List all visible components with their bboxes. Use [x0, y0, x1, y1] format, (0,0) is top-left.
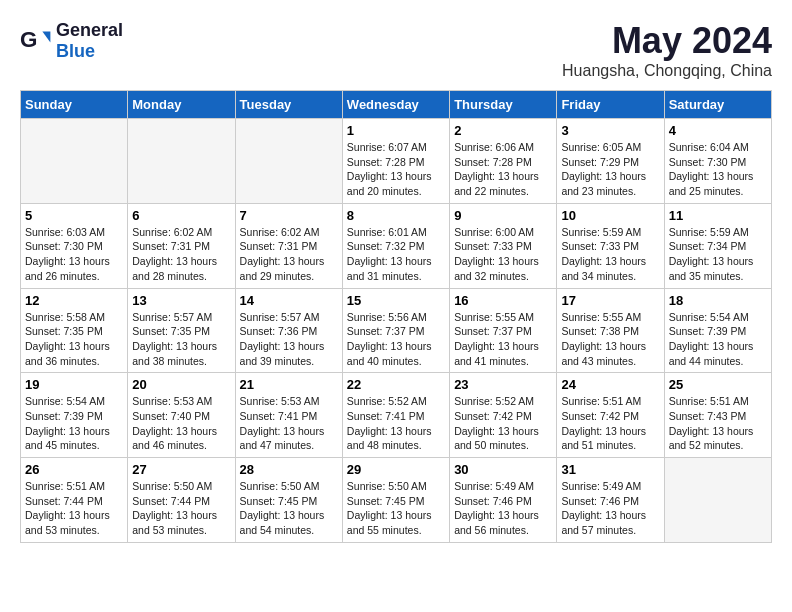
calendar-cell: 19Sunrise: 5:54 AM Sunset: 7:39 PM Dayli…	[21, 373, 128, 458]
cell-content: Sunrise: 6:00 AM Sunset: 7:33 PM Dayligh…	[454, 225, 552, 284]
cell-content: Sunrise: 6:01 AM Sunset: 7:32 PM Dayligh…	[347, 225, 445, 284]
calendar-cell: 13Sunrise: 5:57 AM Sunset: 7:35 PM Dayli…	[128, 288, 235, 373]
calendar-cell: 5Sunrise: 6:03 AM Sunset: 7:30 PM Daylig…	[21, 203, 128, 288]
cell-content: Sunrise: 5:56 AM Sunset: 7:37 PM Dayligh…	[347, 310, 445, 369]
cell-content: Sunrise: 5:54 AM Sunset: 7:39 PM Dayligh…	[25, 394, 123, 453]
day-number: 28	[240, 462, 338, 477]
cell-content: Sunrise: 6:07 AM Sunset: 7:28 PM Dayligh…	[347, 140, 445, 199]
calendar-cell: 4Sunrise: 6:04 AM Sunset: 7:30 PM Daylig…	[664, 119, 771, 204]
day-number: 9	[454, 208, 552, 223]
calendar-table: SundayMondayTuesdayWednesdayThursdayFrid…	[20, 90, 772, 543]
logo-icon: G	[20, 25, 52, 57]
day-number: 3	[561, 123, 659, 138]
calendar-cell: 3Sunrise: 6:05 AM Sunset: 7:29 PM Daylig…	[557, 119, 664, 204]
calendar-cell: 30Sunrise: 5:49 AM Sunset: 7:46 PM Dayli…	[450, 458, 557, 543]
cell-content: Sunrise: 6:05 AM Sunset: 7:29 PM Dayligh…	[561, 140, 659, 199]
cell-content: Sunrise: 5:49 AM Sunset: 7:46 PM Dayligh…	[454, 479, 552, 538]
weekday-header-tuesday: Tuesday	[235, 91, 342, 119]
day-number: 4	[669, 123, 767, 138]
cell-content: Sunrise: 5:50 AM Sunset: 7:45 PM Dayligh…	[240, 479, 338, 538]
day-number: 26	[25, 462, 123, 477]
calendar-cell: 17Sunrise: 5:55 AM Sunset: 7:38 PM Dayli…	[557, 288, 664, 373]
weekday-header-row: SundayMondayTuesdayWednesdayThursdayFrid…	[21, 91, 772, 119]
cell-content: Sunrise: 5:57 AM Sunset: 7:35 PM Dayligh…	[132, 310, 230, 369]
cell-content: Sunrise: 5:53 AM Sunset: 7:41 PM Dayligh…	[240, 394, 338, 453]
title-section: May 2024 Huangsha, Chongqing, China	[562, 20, 772, 80]
calendar-cell: 24Sunrise: 5:51 AM Sunset: 7:42 PM Dayli…	[557, 373, 664, 458]
weekday-header-monday: Monday	[128, 91, 235, 119]
day-number: 30	[454, 462, 552, 477]
day-number: 21	[240, 377, 338, 392]
week-row-1: 5Sunrise: 6:03 AM Sunset: 7:30 PM Daylig…	[21, 203, 772, 288]
calendar-cell: 25Sunrise: 5:51 AM Sunset: 7:43 PM Dayli…	[664, 373, 771, 458]
calendar-cell	[21, 119, 128, 204]
calendar-cell: 27Sunrise: 5:50 AM Sunset: 7:44 PM Dayli…	[128, 458, 235, 543]
weekday-header-sunday: Sunday	[21, 91, 128, 119]
calendar-cell: 22Sunrise: 5:52 AM Sunset: 7:41 PM Dayli…	[342, 373, 449, 458]
calendar-cell: 6Sunrise: 6:02 AM Sunset: 7:31 PM Daylig…	[128, 203, 235, 288]
calendar-cell: 31Sunrise: 5:49 AM Sunset: 7:46 PM Dayli…	[557, 458, 664, 543]
weekday-header-thursday: Thursday	[450, 91, 557, 119]
calendar-cell: 15Sunrise: 5:56 AM Sunset: 7:37 PM Dayli…	[342, 288, 449, 373]
page-header: G General Blue May 2024 Huangsha, Chongq…	[20, 20, 772, 80]
day-number: 8	[347, 208, 445, 223]
cell-content: Sunrise: 5:51 AM Sunset: 7:44 PM Dayligh…	[25, 479, 123, 538]
day-number: 29	[347, 462, 445, 477]
day-number: 13	[132, 293, 230, 308]
calendar-cell: 12Sunrise: 5:58 AM Sunset: 7:35 PM Dayli…	[21, 288, 128, 373]
day-number: 22	[347, 377, 445, 392]
day-number: 16	[454, 293, 552, 308]
calendar-cell: 18Sunrise: 5:54 AM Sunset: 7:39 PM Dayli…	[664, 288, 771, 373]
calendar-cell: 16Sunrise: 5:55 AM Sunset: 7:37 PM Dayli…	[450, 288, 557, 373]
calendar-cell: 26Sunrise: 5:51 AM Sunset: 7:44 PM Dayli…	[21, 458, 128, 543]
calendar-cell	[128, 119, 235, 204]
cell-content: Sunrise: 5:54 AM Sunset: 7:39 PM Dayligh…	[669, 310, 767, 369]
cell-content: Sunrise: 5:53 AM Sunset: 7:40 PM Dayligh…	[132, 394, 230, 453]
calendar-cell: 1Sunrise: 6:07 AM Sunset: 7:28 PM Daylig…	[342, 119, 449, 204]
day-number: 5	[25, 208, 123, 223]
day-number: 10	[561, 208, 659, 223]
day-number: 31	[561, 462, 659, 477]
cell-content: Sunrise: 5:57 AM Sunset: 7:36 PM Dayligh…	[240, 310, 338, 369]
week-row-3: 19Sunrise: 5:54 AM Sunset: 7:39 PM Dayli…	[21, 373, 772, 458]
day-number: 18	[669, 293, 767, 308]
cell-content: Sunrise: 6:03 AM Sunset: 7:30 PM Dayligh…	[25, 225, 123, 284]
calendar-cell: 20Sunrise: 5:53 AM Sunset: 7:40 PM Dayli…	[128, 373, 235, 458]
calendar-cell: 21Sunrise: 5:53 AM Sunset: 7:41 PM Dayli…	[235, 373, 342, 458]
cell-content: Sunrise: 5:50 AM Sunset: 7:45 PM Dayligh…	[347, 479, 445, 538]
calendar-cell: 23Sunrise: 5:52 AM Sunset: 7:42 PM Dayli…	[450, 373, 557, 458]
cell-content: Sunrise: 5:52 AM Sunset: 7:41 PM Dayligh…	[347, 394, 445, 453]
weekday-header-friday: Friday	[557, 91, 664, 119]
day-number: 17	[561, 293, 659, 308]
day-number: 25	[669, 377, 767, 392]
logo: G General Blue	[20, 20, 123, 62]
cell-content: Sunrise: 6:04 AM Sunset: 7:30 PM Dayligh…	[669, 140, 767, 199]
day-number: 23	[454, 377, 552, 392]
cell-content: Sunrise: 5:55 AM Sunset: 7:37 PM Dayligh…	[454, 310, 552, 369]
calendar-cell: 9Sunrise: 6:00 AM Sunset: 7:33 PM Daylig…	[450, 203, 557, 288]
logo-blue-text: Blue	[56, 41, 95, 61]
cell-content: Sunrise: 6:02 AM Sunset: 7:31 PM Dayligh…	[240, 225, 338, 284]
week-row-4: 26Sunrise: 5:51 AM Sunset: 7:44 PM Dayli…	[21, 458, 772, 543]
day-number: 14	[240, 293, 338, 308]
cell-content: Sunrise: 5:52 AM Sunset: 7:42 PM Dayligh…	[454, 394, 552, 453]
calendar-cell	[235, 119, 342, 204]
cell-content: Sunrise: 6:06 AM Sunset: 7:28 PM Dayligh…	[454, 140, 552, 199]
week-row-2: 12Sunrise: 5:58 AM Sunset: 7:35 PM Dayli…	[21, 288, 772, 373]
weekday-header-saturday: Saturday	[664, 91, 771, 119]
day-number: 11	[669, 208, 767, 223]
day-number: 6	[132, 208, 230, 223]
month-title: May 2024	[562, 20, 772, 62]
cell-content: Sunrise: 5:59 AM Sunset: 7:34 PM Dayligh…	[669, 225, 767, 284]
day-number: 2	[454, 123, 552, 138]
svg-text:G: G	[20, 27, 37, 52]
cell-content: Sunrise: 5:58 AM Sunset: 7:35 PM Dayligh…	[25, 310, 123, 369]
cell-content: Sunrise: 6:02 AM Sunset: 7:31 PM Dayligh…	[132, 225, 230, 284]
calendar-cell: 2Sunrise: 6:06 AM Sunset: 7:28 PM Daylig…	[450, 119, 557, 204]
calendar-cell: 28Sunrise: 5:50 AM Sunset: 7:45 PM Dayli…	[235, 458, 342, 543]
cell-content: Sunrise: 5:51 AM Sunset: 7:42 PM Dayligh…	[561, 394, 659, 453]
day-number: 7	[240, 208, 338, 223]
svg-marker-1	[42, 31, 50, 42]
calendar-cell	[664, 458, 771, 543]
day-number: 20	[132, 377, 230, 392]
